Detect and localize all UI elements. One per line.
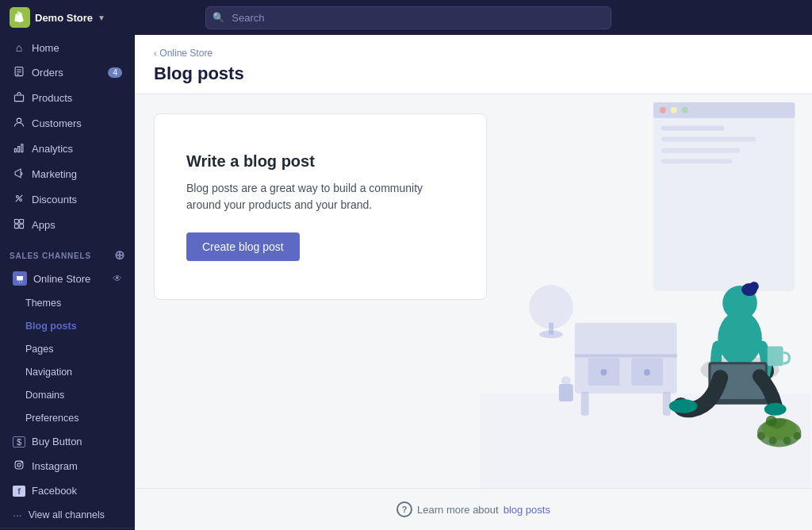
- store-selector[interactable]: Demo Store ▼: [10, 7, 105, 28]
- orders-icon: [13, 66, 25, 79]
- instagram-icon: [13, 459, 25, 473]
- card-heading: Write a blog post: [186, 152, 454, 171]
- eye-icon[interactable]: 👁: [113, 273, 122, 284]
- page-content-area: Write a blog post Blog posts are a great…: [135, 94, 812, 488]
- products-icon: [13, 91, 25, 105]
- svg-rect-14: [14, 225, 18, 229]
- svg-point-45: [749, 282, 759, 291]
- sidebar: ⌂ Home Orders 4 Products Custom: [0, 35, 135, 530]
- svg-point-34: [600, 369, 607, 375]
- svg-point-38: [529, 285, 573, 329]
- add-sales-channel-button[interactable]: ⊕: [114, 249, 125, 262]
- help-icon: ?: [396, 501, 412, 517]
- analytics-icon: [13, 142, 25, 156]
- svg-point-40: [539, 331, 563, 339]
- online-store-icon: [13, 271, 27, 286]
- sidebar-item-facebook[interactable]: f Facebook: [3, 479, 132, 502]
- svg-point-58: [769, 437, 777, 445]
- main-nav: ⌂ Home Orders 4 Products Custom: [0, 35, 135, 238]
- illustration: [479, 94, 812, 488]
- sidebar-item-pages[interactable]: Pages: [3, 338, 132, 360]
- sidebar-item-navigation[interactable]: Navigation: [3, 361, 132, 383]
- svg-point-10: [20, 199, 22, 202]
- sales-channels-section: SALES CHANNELS ⊕ Online Store 👁 Themes B…: [0, 238, 135, 528]
- apps-icon: [13, 218, 25, 232]
- sidebar-item-buy-button[interactable]: $ Buy Button: [3, 430, 132, 453]
- sidebar-item-orders[interactable]: Orders 4: [3, 60, 132, 85]
- svg-rect-28: [661, 159, 732, 163]
- svg-rect-7: [18, 147, 20, 152]
- help-link[interactable]: blog posts: [504, 504, 550, 516]
- topbar: Demo Store ▼ 🔍: [0, 0, 812, 35]
- svg-rect-4: [14, 95, 23, 102]
- svg-rect-49: [768, 346, 783, 366]
- search-icon: 🔍: [213, 12, 224, 23]
- svg-rect-53: [561, 376, 571, 386]
- sidebar-item-home[interactable]: ⌂ Home: [3, 36, 132, 60]
- svg-rect-26: [661, 137, 756, 142]
- page-title: Blog posts: [154, 63, 793, 84]
- svg-rect-36: [581, 392, 589, 416]
- illustration-svg: [479, 94, 812, 488]
- page-header: ‹ Online Store Blog posts: [135, 35, 812, 94]
- ellipsis-icon: ···: [13, 509, 22, 521]
- svg-point-18: [21, 463, 22, 463]
- svg-point-50: [669, 399, 698, 413]
- sales-channels-header: SALES CHANNELS ⊕: [0, 238, 135, 265]
- svg-point-35: [644, 369, 650, 375]
- svg-point-17: [17, 463, 21, 467]
- main-layout: ⌂ Home Orders 4 Products Custom: [0, 35, 812, 530]
- home-icon: ⌂: [13, 41, 25, 54]
- svg-point-57: [793, 432, 801, 440]
- svg-rect-25: [661, 126, 724, 131]
- orders-badge: 4: [108, 67, 122, 78]
- svg-rect-6: [14, 148, 16, 152]
- marketing-icon: [13, 167, 25, 181]
- svg-rect-15: [20, 225, 24, 229]
- svg-point-59: [783, 437, 791, 445]
- sidebar-item-apps[interactable]: Apps: [3, 213, 132, 237]
- card-body: Blog posts are a great way to build a co…: [186, 180, 454, 213]
- svg-rect-13: [20, 219, 24, 223]
- sidebar-item-online-store[interactable]: Online Store 👁: [3, 266, 132, 291]
- facebook-icon: f: [13, 486, 25, 497]
- page-footer: ? Learn more about blog posts: [135, 488, 812, 530]
- search-bar: 🔍: [205, 6, 611, 29]
- svg-point-23: [671, 107, 677, 113]
- online-store-subnav: Themes Blog posts Pages Navigation Domai…: [0, 292, 135, 429]
- sidebar-item-preferences[interactable]: Preferences: [3, 407, 132, 429]
- sidebar-item-domains[interactable]: Domains: [3, 384, 132, 406]
- view-all-channels[interactable]: ··· View all channels: [3, 503, 132, 527]
- sidebar-item-marketing[interactable]: Marketing: [3, 162, 132, 186]
- svg-point-51: [764, 403, 787, 416]
- svg-rect-31: [575, 354, 677, 357]
- customers-icon: [13, 117, 25, 130]
- main-content: ‹ Online Store Blog posts Write a blog p…: [135, 35, 812, 530]
- store-chevron-icon: ▼: [98, 13, 105, 22]
- svg-rect-27: [661, 148, 740, 152]
- svg-rect-20: [653, 102, 795, 291]
- svg-point-9: [17, 196, 19, 198]
- svg-point-22: [660, 107, 666, 113]
- search-input[interactable]: [205, 6, 611, 29]
- sidebar-item-products[interactable]: Products: [3, 86, 132, 110]
- buy-button-icon: $: [13, 436, 25, 447]
- svg-rect-52: [559, 384, 573, 401]
- sidebar-item-blog-posts[interactable]: Blog posts: [3, 315, 132, 337]
- svg-rect-8: [21, 144, 23, 152]
- svg-rect-12: [14, 219, 18, 223]
- sidebar-item-instagram[interactable]: Instagram: [3, 454, 132, 478]
- sidebar-item-customers[interactable]: Customers: [3, 111, 132, 136]
- blog-post-empty-state-card: Write a blog post Blog posts are a great…: [154, 113, 487, 300]
- store-name-text: Demo Store: [35, 12, 93, 24]
- sidebar-item-analytics[interactable]: Analytics: [3, 136, 132, 161]
- sidebar-item-themes[interactable]: Themes: [3, 292, 132, 314]
- svg-point-24: [682, 107, 688, 113]
- sidebar-item-discounts[interactable]: Discounts: [3, 187, 132, 212]
- create-blog-post-button[interactable]: Create blog post: [186, 232, 300, 261]
- breadcrumb-chevron-icon: ‹: [154, 49, 156, 58]
- help-text: Learn more about: [417, 504, 499, 516]
- breadcrumb[interactable]: ‹ Online Store: [154, 48, 793, 59]
- svg-rect-37: [663, 392, 671, 416]
- discounts-icon: [13, 193, 25, 206]
